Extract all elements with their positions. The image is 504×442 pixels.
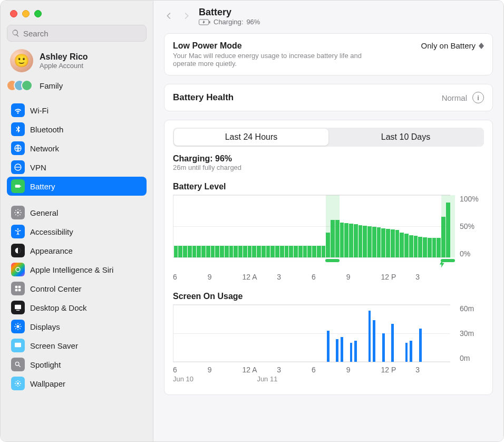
sidebar-item-network[interactable]: Network [7, 139, 147, 158]
svg-rect-13 [16, 310, 20, 311]
screen-usage-x-axis: 6912 A36912 P3 [173, 366, 450, 374]
account-subtitle: Apple Account [40, 62, 88, 70]
screen-usage-plot [173, 304, 450, 362]
family-label: Family [40, 81, 63, 90]
svg-rect-11 [18, 289, 21, 292]
svg-point-17 [17, 382, 19, 385]
battery-health-label: Battery Health [173, 92, 234, 103]
charging-subtitle: 26m until fully charged [173, 164, 484, 171]
sidebar-item-control-center[interactable]: Control Center [7, 279, 147, 298]
sidebar-item-appearance[interactable]: Appearance [7, 241, 147, 260]
sidebar-item-displays[interactable]: Displays [7, 317, 147, 336]
displays-icon [11, 320, 25, 333]
battery-level-chart-title: Battery Level [173, 182, 484, 191]
forward-button[interactable] [182, 11, 191, 23]
sidebar-item-wallpaper[interactable]: Wallpaper [7, 374, 147, 393]
info-icon[interactable]: i [472, 92, 484, 103]
svg-rect-10 [15, 289, 18, 292]
sidebar-item-screen-saver[interactable]: Screen Saver [7, 336, 147, 355]
low-power-mode-description: Your Mac will reduce energy usage to inc… [173, 52, 363, 68]
battery-level-y-axis: 100% 50% 0% [457, 195, 484, 258]
wi-fi-icon [11, 103, 25, 117]
svg-rect-19 [209, 21, 210, 23]
sidebar-item-label: Screen Saver [30, 341, 78, 350]
battery-usage-card: Last 24 Hours Last 10 Days Charging: 96%… [164, 120, 493, 395]
sidebar-item-label: Displays [30, 322, 60, 331]
segment-24h[interactable]: Last 24 Hours [174, 129, 328, 146]
date-labels: Jun 10 Jun 11 [173, 375, 450, 383]
wallpaper-icon [11, 377, 25, 390]
family-row[interactable]: Family [7, 76, 147, 99]
vpn-icon [11, 160, 25, 174]
svg-point-16 [15, 362, 19, 366]
nav-list: Wi-FiBluetoothNetworkVPNBatteryGeneralAc… [7, 101, 147, 393]
sidebar-item-label: Control Center [30, 284, 82, 293]
main-panel: Battery Charging: 96% Low Power Mode You… [153, 1, 503, 441]
sidebar-item-general[interactable]: General [7, 203, 147, 222]
low-power-mode-card: Low Power Mode Your Mac will reduce ener… [164, 33, 493, 75]
sidebar-item-label: VPN [30, 163, 46, 172]
sidebar-item-wi-fi[interactable]: Wi-Fi [7, 101, 147, 120]
screen-usage-chart-title: Screen On Usage [173, 292, 484, 301]
svg-point-7 [16, 267, 20, 272]
accessibility-icon [11, 225, 25, 238]
page-title: Battery [199, 7, 260, 18]
sidebar-item-label: Spotlight [30, 360, 61, 369]
charging-icon [199, 19, 210, 25]
general-icon [11, 206, 25, 219]
svg-point-14 [16, 325, 19, 328]
sidebar-item-label: Wallpaper [30, 379, 65, 388]
sidebar-item-label: Desktop & Dock [30, 303, 87, 312]
desktop-dock-icon [11, 301, 25, 314]
segment-10d[interactable]: Last 10 Days [328, 129, 483, 146]
control-center-icon [11, 282, 25, 295]
sidebar-item-label: Network [30, 144, 59, 153]
battery-level-x-axis: 6912 A36912 P3 [173, 273, 450, 281]
family-avatars [10, 80, 33, 91]
sidebar-item-vpn[interactable]: VPN [7, 158, 147, 177]
sidebar-item-label: Appearance [30, 246, 73, 255]
sidebar-item-battery[interactable]: Battery [7, 177, 147, 196]
sidebar-item-apple-intelligence-siri[interactable]: Apple Intelligence & Siri [7, 260, 147, 279]
close-window-button[interactable] [10, 10, 17, 17]
svg-point-5 [17, 228, 19, 230]
window-controls [7, 6, 147, 25]
battery-health-card: Battery Health Normal i [164, 84, 493, 111]
svg-rect-3 [21, 186, 21, 187]
account-name: Ashley Rico [40, 52, 88, 62]
bluetooth-icon [11, 122, 25, 136]
spotlight-icon [11, 358, 25, 371]
battery-health-status: Normal [442, 93, 467, 102]
low-power-mode-select[interactable]: Only on Battery [421, 41, 484, 50]
avatar: 🙂 [10, 49, 33, 72]
svg-rect-15 [15, 343, 21, 348]
battery-level-plot [173, 195, 450, 258]
sidebar-item-label: Accessibility [30, 227, 73, 236]
sidebar-item-label: Wi-Fi [30, 106, 49, 115]
sidebar-item-bluetooth[interactable]: Bluetooth [7, 120, 147, 139]
search-input[interactable] [23, 29, 142, 38]
appearance-icon [11, 244, 25, 257]
svg-rect-2 [15, 185, 20, 187]
sidebar-item-label: Battery [30, 182, 55, 191]
charging-title: Charging: 96% [173, 154, 484, 164]
screen-usage-y-axis: 60m 30m 0m [457, 304, 484, 362]
search-field[interactable] [7, 25, 147, 42]
svg-rect-8 [15, 286, 18, 289]
chevron-updown-icon [479, 43, 484, 49]
sidebar-item-accessibility[interactable]: Accessibility [7, 222, 147, 241]
apple-intelligence-siri-icon [11, 263, 25, 276]
back-button[interactable] [164, 11, 173, 23]
sidebar: 🙂 Ashley Rico Apple Account Family Wi-Fi… [1, 1, 153, 441]
svg-point-4 [17, 212, 19, 214]
network-icon [11, 141, 25, 155]
apple-account-row[interactable]: 🙂 Ashley Rico Apple Account [7, 42, 147, 76]
page-subtitle: Charging: 96% [199, 18, 260, 26]
sidebar-item-spotlight[interactable]: Spotlight [7, 355, 147, 374]
sidebar-item-label: General [30, 208, 58, 217]
screen-usage-chart: Screen On Usage 60m 30m 0m 6912 A36912 P… [173, 292, 484, 383]
svg-rect-9 [18, 286, 21, 289]
sidebar-item-desktop-dock[interactable]: Desktop & Dock [7, 298, 147, 317]
minimize-window-button[interactable] [22, 10, 30, 17]
zoom-window-button[interactable] [34, 10, 42, 17]
